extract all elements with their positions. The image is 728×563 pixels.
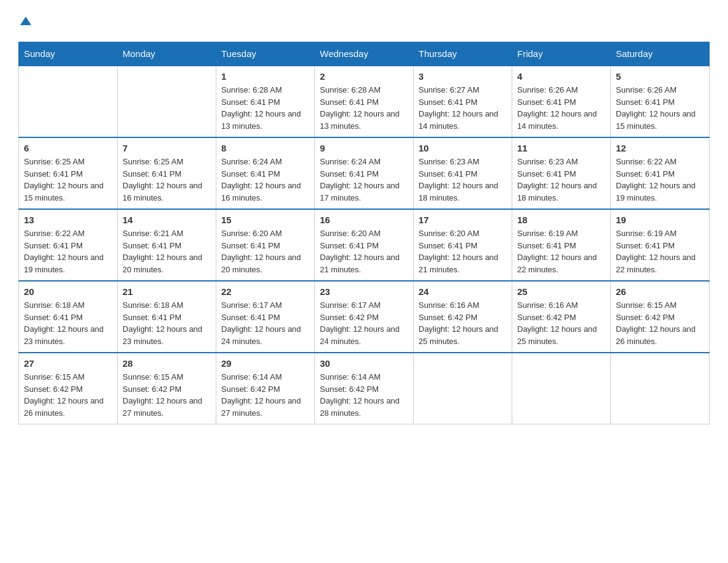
day-number: 25 <box>517 286 605 297</box>
calendar-week-row: 6Sunrise: 6:25 AMSunset: 6:41 PMDaylight… <box>19 137 710 209</box>
day-number: 26 <box>616 286 704 297</box>
day-info: Sunrise: 6:19 AMSunset: 6:41 PMDaylight:… <box>616 228 704 275</box>
day-info: Sunrise: 6:27 AMSunset: 6:41 PMDaylight:… <box>419 84 507 132</box>
calendar-cell <box>118 66 216 137</box>
day-info: Sunrise: 6:23 AMSunset: 6:41 PMDaylight:… <box>419 156 507 204</box>
day-number: 20 <box>24 286 112 297</box>
calendar-cell: 20Sunrise: 6:18 AMSunset: 6:41 PMDayligh… <box>19 281 118 353</box>
day-number: 29 <box>221 358 309 369</box>
calendar-cell: 5Sunrise: 6:26 AMSunset: 6:41 PMDaylight… <box>611 66 710 137</box>
day-info: Sunrise: 6:15 AMSunset: 6:42 PMDaylight:… <box>123 371 211 419</box>
logo-triangle-icon <box>19 14 32 28</box>
day-info: Sunrise: 6:22 AMSunset: 6:41 PMDaylight:… <box>616 156 704 204</box>
day-number: 9 <box>320 143 408 153</box>
calendar-cell: 7Sunrise: 6:25 AMSunset: 6:41 PMDaylight… <box>118 137 216 209</box>
day-number: 30 <box>320 358 408 369</box>
day-info: Sunrise: 6:26 AMSunset: 6:41 PMDaylight:… <box>616 84 704 132</box>
calendar-cell: 9Sunrise: 6:24 AMSunset: 6:41 PMDaylight… <box>315 137 414 209</box>
calendar-cell: 18Sunrise: 6:19 AMSunset: 6:41 PMDayligh… <box>512 209 611 281</box>
day-info: Sunrise: 6:19 AMSunset: 6:41 PMDaylight:… <box>517 228 605 275</box>
calendar-cell: 17Sunrise: 6:20 AMSunset: 6:41 PMDayligh… <box>414 209 512 281</box>
calendar-cell: 25Sunrise: 6:16 AMSunset: 6:42 PMDayligh… <box>512 281 611 353</box>
day-info: Sunrise: 6:22 AMSunset: 6:41 PMDaylight:… <box>24 228 112 275</box>
day-info: Sunrise: 6:24 AMSunset: 6:41 PMDaylight:… <box>320 156 408 204</box>
day-info: Sunrise: 6:20 AMSunset: 6:41 PMDaylight:… <box>221 228 309 275</box>
day-number: 3 <box>419 71 507 82</box>
day-number: 2 <box>320 71 408 82</box>
day-info: Sunrise: 6:18 AMSunset: 6:41 PMDaylight:… <box>123 299 211 347</box>
column-header-sunday: Sunday <box>19 42 118 66</box>
calendar-week-row: 13Sunrise: 6:22 AMSunset: 6:41 PMDayligh… <box>19 209 710 281</box>
day-info: Sunrise: 6:16 AMSunset: 6:42 PMDaylight:… <box>419 299 507 347</box>
calendar-cell: 29Sunrise: 6:14 AMSunset: 6:42 PMDayligh… <box>216 353 315 424</box>
day-info: Sunrise: 6:17 AMSunset: 6:42 PMDaylight:… <box>320 299 408 347</box>
day-number: 11 <box>517 143 605 153</box>
day-number: 23 <box>320 286 408 297</box>
column-header-wednesday: Wednesday <box>315 42 414 66</box>
calendar-cell: 30Sunrise: 6:14 AMSunset: 6:42 PMDayligh… <box>315 353 414 424</box>
calendar-cell: 23Sunrise: 6:17 AMSunset: 6:42 PMDayligh… <box>315 281 414 353</box>
day-info: Sunrise: 6:26 AMSunset: 6:41 PMDaylight:… <box>517 84 605 132</box>
calendar-cell <box>512 353 611 424</box>
logo <box>18 12 33 29</box>
day-info: Sunrise: 6:28 AMSunset: 6:41 PMDaylight:… <box>221 84 309 132</box>
calendar-cell: 21Sunrise: 6:18 AMSunset: 6:41 PMDayligh… <box>118 281 216 353</box>
day-number: 4 <box>517 71 605 82</box>
day-info: Sunrise: 6:21 AMSunset: 6:41 PMDaylight:… <box>123 228 211 275</box>
calendar-cell: 2Sunrise: 6:28 AMSunset: 6:41 PMDaylight… <box>315 66 414 137</box>
day-number: 16 <box>320 215 408 225</box>
day-info: Sunrise: 6:20 AMSunset: 6:41 PMDaylight:… <box>419 228 507 275</box>
day-number: 15 <box>221 215 309 225</box>
column-header-thursday: Thursday <box>414 42 512 66</box>
day-info: Sunrise: 6:28 AMSunset: 6:41 PMDaylight:… <box>320 84 408 132</box>
day-info: Sunrise: 6:24 AMSunset: 6:41 PMDaylight:… <box>221 156 309 204</box>
calendar-cell: 24Sunrise: 6:16 AMSunset: 6:42 PMDayligh… <box>414 281 512 353</box>
calendar-cell: 8Sunrise: 6:24 AMSunset: 6:41 PMDaylight… <box>216 137 315 209</box>
calendar-cell: 11Sunrise: 6:23 AMSunset: 6:41 PMDayligh… <box>512 137 611 209</box>
calendar-cell: 19Sunrise: 6:19 AMSunset: 6:41 PMDayligh… <box>611 209 710 281</box>
calendar-cell: 6Sunrise: 6:25 AMSunset: 6:41 PMDaylight… <box>19 137 118 209</box>
calendar-cell: 1Sunrise: 6:28 AMSunset: 6:41 PMDaylight… <box>216 66 315 137</box>
calendar-week-row: 27Sunrise: 6:15 AMSunset: 6:42 PMDayligh… <box>19 353 710 424</box>
calendar-header-row: SundayMondayTuesdayWednesdayThursdayFrid… <box>19 42 710 66</box>
calendar-cell: 22Sunrise: 6:17 AMSunset: 6:41 PMDayligh… <box>216 281 315 353</box>
day-number: 12 <box>616 143 704 153</box>
day-number: 8 <box>221 143 309 153</box>
calendar-table: SundayMondayTuesdayWednesdayThursdayFrid… <box>18 42 710 424</box>
calendar-week-row: 1Sunrise: 6:28 AMSunset: 6:41 PMDaylight… <box>19 66 710 137</box>
day-info: Sunrise: 6:14 AMSunset: 6:42 PMDaylight:… <box>320 371 408 419</box>
day-info: Sunrise: 6:15 AMSunset: 6:42 PMDaylight:… <box>616 299 704 347</box>
day-number: 24 <box>419 286 507 297</box>
calendar-cell <box>414 353 512 424</box>
column-header-monday: Monday <box>118 42 216 66</box>
day-info: Sunrise: 6:18 AMSunset: 6:41 PMDaylight:… <box>24 299 112 347</box>
day-number: 27 <box>24 358 112 369</box>
day-info: Sunrise: 6:15 AMSunset: 6:42 PMDaylight:… <box>24 371 112 419</box>
day-number: 7 <box>123 143 211 153</box>
calendar-cell: 10Sunrise: 6:23 AMSunset: 6:41 PMDayligh… <box>414 137 512 209</box>
calendar-cell: 28Sunrise: 6:15 AMSunset: 6:42 PMDayligh… <box>118 353 216 424</box>
calendar-cell <box>611 353 710 424</box>
day-number: 1 <box>221 71 309 82</box>
day-number: 21 <box>123 286 211 297</box>
day-number: 6 <box>24 143 112 153</box>
calendar-cell <box>19 66 118 137</box>
calendar-cell: 3Sunrise: 6:27 AMSunset: 6:41 PMDaylight… <box>414 66 512 137</box>
day-number: 10 <box>419 143 507 153</box>
day-number: 14 <box>123 215 211 225</box>
calendar-cell: 12Sunrise: 6:22 AMSunset: 6:41 PMDayligh… <box>611 137 710 209</box>
day-info: Sunrise: 6:25 AMSunset: 6:41 PMDaylight:… <box>24 156 112 204</box>
column-header-saturday: Saturday <box>611 42 710 66</box>
day-number: 18 <box>517 215 605 225</box>
calendar-cell: 14Sunrise: 6:21 AMSunset: 6:41 PMDayligh… <box>118 209 216 281</box>
calendar-cell: 13Sunrise: 6:22 AMSunset: 6:41 PMDayligh… <box>19 209 118 281</box>
day-info: Sunrise: 6:17 AMSunset: 6:41 PMDaylight:… <box>221 299 309 347</box>
day-number: 28 <box>123 358 211 369</box>
calendar-cell: 26Sunrise: 6:15 AMSunset: 6:42 PMDayligh… <box>611 281 710 353</box>
column-header-tuesday: Tuesday <box>216 42 315 66</box>
day-info: Sunrise: 6:14 AMSunset: 6:42 PMDaylight:… <box>221 371 309 419</box>
calendar-cell: 16Sunrise: 6:20 AMSunset: 6:41 PMDayligh… <box>315 209 414 281</box>
header <box>18 12 710 29</box>
calendar-cell: 27Sunrise: 6:15 AMSunset: 6:42 PMDayligh… <box>19 353 118 424</box>
day-info: Sunrise: 6:25 AMSunset: 6:41 PMDaylight:… <box>123 156 211 204</box>
